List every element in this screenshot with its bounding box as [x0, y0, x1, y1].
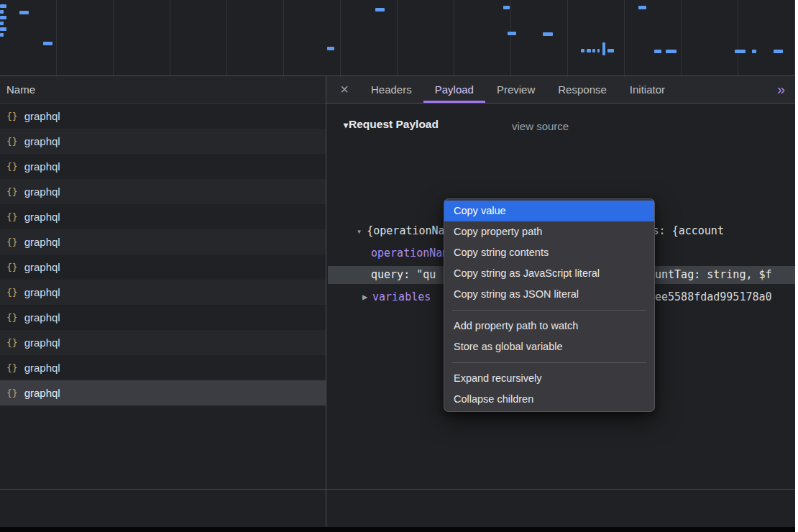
menu-separator: [452, 362, 646, 363]
timeline-bar: [666, 50, 677, 53]
timeline-bar: [543, 32, 553, 36]
network-request-row[interactable]: {}graphql: [0, 179, 326, 204]
timeline-bar: [327, 47, 334, 50]
request-name: graphql: [24, 387, 60, 399]
json-braces-icon: {}: [6, 111, 18, 121]
json-braces-icon: {}: [6, 337, 18, 348]
tab-preview[interactable]: Preview: [485, 76, 546, 103]
json-braces-icon: {}: [6, 237, 18, 247]
request-name: graphql: [24, 160, 60, 173]
expander-open-icon: ▾: [357, 226, 362, 237]
network-request-row[interactable]: {}graphql: [0, 380, 326, 405]
timeline-bar: [597, 49, 600, 52]
network-request-row[interactable]: {}graphql: [0, 280, 326, 305]
json-braces-icon: {}: [6, 136, 18, 147]
network-request-row[interactable]: {}graphql: [0, 204, 326, 229]
network-request-row[interactable]: {}graphql: [0, 355, 326, 380]
timeline-bar: [0, 22, 4, 25]
menu-item-collapse-children[interactable]: Collapse children: [444, 389, 654, 410]
request-name: graphql: [24, 236, 60, 248]
column-header-label: Name: [6, 83, 35, 96]
request-name: graphql: [24, 311, 60, 324]
context-menu: Copy valueCopy property pathCopy string …: [444, 198, 655, 412]
network-request-row[interactable]: {}graphql: [0, 305, 326, 330]
query-text-right: untTag: string, $f: [655, 266, 795, 284]
request-payload-section[interactable]: ▾Request Payload: [344, 118, 439, 131]
menu-item-copy-string-as-json-literal[interactable]: Copy string as JSON literal: [444, 284, 654, 305]
expander-closed-icon: ▶: [362, 289, 367, 305]
tab-payload[interactable]: Payload: [423, 76, 485, 103]
timeline-bar: [43, 42, 52, 45]
column-header-name[interactable]: Name: [0, 76, 326, 104]
network-request-row[interactable]: {}graphql: [0, 154, 326, 179]
json-braces-icon: {}: [6, 362, 18, 373]
query-text-left: query: "qu: [371, 266, 436, 284]
menu-item-expand-recursively[interactable]: Expand recursively: [444, 368, 654, 389]
detail-tabbar: × HeadersPayloadPreviewResponseInitiator…: [326, 76, 795, 104]
network-request-row[interactable]: {}graphql: [0, 104, 326, 129]
timeline-bar: [752, 50, 756, 53]
network-request-row[interactable]: {}graphql: [0, 330, 326, 355]
devtools-window: Name {}graphql{}graphql{}graphql{}graphq…: [0, 0, 795, 532]
detail-tabs: HeadersPayloadPreviewResponseInitiator: [359, 76, 677, 103]
timeline-bar: [0, 16, 6, 19]
timeline-bar: [592, 49, 595, 52]
network-request-row[interactable]: {}graphql: [0, 129, 326, 154]
request-name: graphql: [24, 286, 60, 298]
timeline-bar: [19, 11, 29, 14]
request-name: graphql: [24, 261, 60, 273]
timeline-bar: [375, 8, 385, 12]
menu-item-copy-string-as-javascript-literal[interactable]: Copy string as JavaScript literal: [444, 263, 654, 284]
request-name: graphql: [24, 211, 60, 223]
request-name: graphql: [24, 110, 60, 122]
tab-headers[interactable]: Headers: [359, 76, 423, 103]
json-braces-icon: {}: [6, 211, 18, 222]
timeline-bar: [774, 50, 783, 53]
json-braces-icon: {}: [6, 387, 18, 398]
json-braces-icon: {}: [6, 186, 18, 197]
property-key: variables: [372, 289, 431, 305]
tab-initiator[interactable]: Initiator: [618, 76, 677, 103]
window-bottom-edge: [0, 527, 795, 532]
timeline-bar: [0, 10, 4, 14]
requests-list: {}graphql{}graphql{}graphql{}graphql{}gr…: [0, 104, 326, 405]
timeline-bar: [581, 49, 584, 52]
menu-separator: [452, 310, 646, 311]
menu-item-copy-string-contents[interactable]: Copy string contents: [444, 242, 654, 263]
timeline-bar: [654, 50, 661, 53]
view-source-link[interactable]: view source: [512, 120, 569, 132]
network-request-row[interactable]: {}graphql: [0, 254, 326, 280]
network-overview-timeline[interactable]: [0, 0, 795, 76]
timeline-bar: [602, 42, 605, 55]
network-request-row[interactable]: {}graphql: [0, 229, 326, 254]
timeline-bar: [638, 6, 646, 9]
variables-value-right: ee5588fdad995178a0: [655, 289, 795, 305]
timeline-bar: [735, 50, 746, 53]
json-braces-icon: {}: [6, 262, 18, 272]
tab-response[interactable]: Response: [546, 76, 618, 103]
summary-bar: [0, 489, 795, 528]
expander-open-icon: ▾: [344, 120, 348, 130]
request-name: graphql: [24, 362, 60, 374]
menu-item-copy-value[interactable]: Copy value: [444, 201, 654, 221]
timeline-bar: [587, 49, 591, 52]
more-tabs-icon[interactable]: »: [777, 76, 785, 103]
property-key: operationName: [371, 247, 455, 260]
json-braces-icon: {}: [6, 161, 18, 172]
menu-item-add-property-path-to-watch[interactable]: Add property path to watch: [444, 316, 654, 336]
timeline-bar: [607, 49, 614, 52]
timeline-bar: [508, 32, 516, 35]
menu-item-copy-property-path[interactable]: Copy property path: [444, 221, 654, 242]
close-icon[interactable]: ×: [336, 81, 352, 98]
request-name: graphql: [24, 135, 60, 147]
timeline-bar: [503, 6, 510, 9]
request-name: graphql: [24, 185, 60, 198]
json-braces-icon: {}: [6, 287, 18, 298]
section-title: Request Payload: [349, 118, 439, 130]
menu-item-store-as-global-variable[interactable]: Store as global variable: [444, 336, 654, 357]
timeline-bar: [0, 33, 4, 37]
request-name: graphql: [24, 336, 60, 349]
timeline-bar: [0, 27, 6, 31]
timeline-bar: [0, 4, 6, 8]
requests-panel: Name {}graphql{}graphql{}graphql{}graphq…: [0, 76, 326, 489]
